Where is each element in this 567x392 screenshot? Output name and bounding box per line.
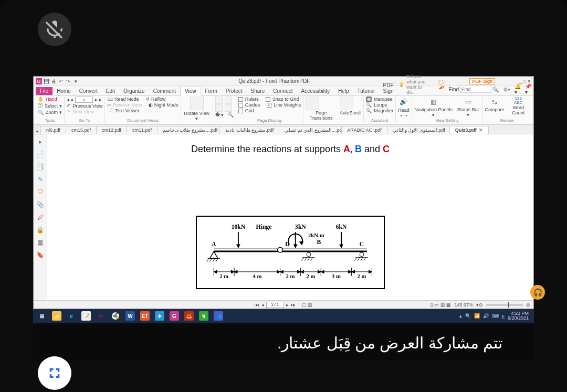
tab-view[interactable]: View xyxy=(180,87,201,96)
layout-facing-icon[interactable] xyxy=(215,104,223,112)
tab-comment[interactable]: Comment xyxy=(149,87,180,95)
expand-badge[interactable] xyxy=(38,356,71,390)
pages-panel-icon[interactable]: 📄 xyxy=(36,150,45,158)
pin-icon[interactable]: 📌▾ xyxy=(525,83,531,95)
layout-single-icon[interactable] xyxy=(215,97,223,104)
loupe-tool[interactable]: 🔍 Loupe xyxy=(366,102,393,108)
find-input[interactable] xyxy=(460,86,491,93)
statusbar-icon[interactable]: ▭ xyxy=(463,97,474,107)
reflow-mode[interactable]: ↺ Reflow xyxy=(145,97,165,102)
attachments-panel-icon[interactable]: 📎 xyxy=(36,200,45,209)
last-page-icon[interactable]: ⏭ xyxy=(291,302,296,308)
tab-help[interactable]: Help xyxy=(334,87,353,95)
tab-share[interactable]: Share xyxy=(247,87,269,95)
layout-contfacing-icon[interactable] xyxy=(225,104,232,112)
taskbar-teams[interactable]: 👥 xyxy=(212,310,225,322)
doc-tab[interactable]: ARABIC ACI.pdf xyxy=(341,126,387,134)
doc-tab[interactable]: مشروع طالبات نادية.pdf xyxy=(219,126,279,134)
doc-tab[interactable]: cm11.pdf xyxy=(127,126,158,134)
signatures-panel-icon[interactable]: 🖊 xyxy=(36,213,45,221)
view-mode-icons[interactable]: ▯ ▭ ▥ ▦ xyxy=(430,302,452,308)
tab-pdfsign[interactable]: PDF Sign xyxy=(379,81,399,95)
doc-tab[interactable]: مشروع طلاب د.جاسم....pdf xyxy=(157,126,220,134)
doc-tab[interactable]: cm15.pdf xyxy=(66,126,97,134)
close-tab-icon[interactable]: ✕ xyxy=(479,128,483,133)
snap-check[interactable] xyxy=(266,97,270,102)
support-badge[interactable]: 🎧 xyxy=(530,285,545,300)
zoom-slider[interactable] xyxy=(486,304,523,306)
tray-volume-icon[interactable]: 🔊 xyxy=(483,313,489,319)
tray-search-icon[interactable]: 🔍 xyxy=(465,313,471,319)
tab-convert[interactable]: Convert xyxy=(75,87,102,95)
tray-network-icon[interactable]: 📶 xyxy=(474,313,480,319)
tab-tutorial[interactable]: Tutorial xyxy=(353,87,379,95)
taskbar-telegram[interactable]: ✈ xyxy=(153,310,166,322)
tab-edit[interactable]: Edit xyxy=(102,87,119,95)
taskbar-g[interactable]: G xyxy=(167,310,181,322)
taskbar-foxit[interactable]: 🦊 xyxy=(182,310,196,322)
search-icon[interactable]: 🔍 xyxy=(492,87,499,92)
read-aloud[interactable]: Read xyxy=(398,108,410,113)
nav-panels-icon[interactable]: ▥ xyxy=(428,97,439,107)
zoom-out-icon[interactable]: ▾⊖ xyxy=(476,302,483,308)
doc-tab[interactable]: cm12.pdf xyxy=(96,126,127,134)
tray-clock[interactable]: 4:23 PM6/20/2021 xyxy=(508,311,529,321)
layout-cont-icon[interactable] xyxy=(225,97,232,104)
text-viewer[interactable]: 📄 Text Viewer xyxy=(107,108,178,113)
layout-icons[interactable]: ▢ ▥ xyxy=(302,302,313,308)
qat-redo-icon[interactable]: ↷ xyxy=(65,78,71,84)
next-page-icon[interactable]: ▸ xyxy=(286,302,289,308)
grid-check[interactable] xyxy=(238,109,243,113)
taskbar-notes[interactable]: 📝 xyxy=(79,310,93,322)
page-number-input[interactable] xyxy=(75,97,93,103)
qat-more-icon[interactable]: ▾ xyxy=(72,78,79,84)
doctabs-left-icon[interactable]: ◂ xyxy=(34,129,40,134)
comments-panel-icon[interactable]: 🗨 xyxy=(36,188,45,196)
doc-tab-active[interactable]: Quiz3.pdf✕ xyxy=(449,126,489,134)
linew-check[interactable]: ✓ xyxy=(267,103,271,108)
rotate-view-button[interactable] xyxy=(190,97,204,110)
zoom-in-icon[interactable]: ⊕ xyxy=(526,302,530,308)
window-controls[interactable]: ⎯ ◻ ✕ xyxy=(519,79,531,84)
tab-form[interactable]: Form xyxy=(201,87,222,95)
tray-up-icon[interactable]: ▴ xyxy=(459,313,462,319)
tags-panel-icon[interactable]: 🔖 xyxy=(36,251,45,259)
autoscroll-button[interactable] xyxy=(340,97,353,110)
tray-keyboard-icon[interactable]: ⌨ xyxy=(492,313,499,319)
prev-page-icon[interactable]: ◂ xyxy=(261,302,264,308)
taskbar-word[interactable]: W xyxy=(123,310,137,322)
previous-view[interactable]: ↶Previous View xyxy=(67,103,103,109)
page-transitions-button[interactable] xyxy=(306,97,319,110)
taskbar-snip[interactable]: ✂ xyxy=(94,310,108,322)
tab-organize[interactable]: Organize xyxy=(119,87,149,95)
compare-icon[interactable]: ⇆ xyxy=(489,97,500,107)
layers-panel-icon[interactable]: ✎ xyxy=(36,175,45,184)
taskbar-et[interactable]: ET xyxy=(138,310,152,322)
fields-panel-icon[interactable]: ▦ xyxy=(36,238,45,247)
taskbar-explorer[interactable]: 📁 xyxy=(50,310,64,322)
rulers-check[interactable] xyxy=(238,97,243,102)
marquee-zoom[interactable]: 🔲 Marquee xyxy=(366,97,393,102)
security-panel-icon[interactable]: 🔒 xyxy=(36,226,45,234)
settings-icon[interactable]: ⚙▾ xyxy=(503,87,510,92)
select-tool[interactable]: ⓉSelect ▾ xyxy=(38,102,62,109)
doc-tab[interactable]: المشروع الذي تم تسلي....pdf xyxy=(279,126,342,134)
taskbar-xr[interactable]: ↯ xyxy=(197,310,211,322)
speaker-icon[interactable]: 🔊 xyxy=(398,97,409,107)
tab-home[interactable]: Home xyxy=(52,87,75,95)
tab-connect[interactable]: Connect xyxy=(269,87,297,95)
taskbar-ie[interactable]: e xyxy=(65,310,78,322)
doc-tab[interactable]: nl6.pdf xyxy=(40,126,66,134)
page-view[interactable]: Determine the reactions at supports A, B… xyxy=(47,134,533,300)
tray-lang[interactable]: ع xyxy=(502,313,505,319)
doc-tab[interactable]: المستوى الاول والثاني.pdf xyxy=(387,126,450,134)
tab-accessibility[interactable]: Accessibility xyxy=(297,87,333,95)
tellme-text[interactable]: Tell me what you want to do... xyxy=(406,74,430,95)
first-page-icon[interactable]: ⏮ xyxy=(255,302,259,308)
guides-check[interactable] xyxy=(238,103,243,108)
magnifier-tool[interactable]: 🔍 Magnifier xyxy=(366,108,393,113)
zoom-tool[interactable]: 🔍Zoom ▾ xyxy=(38,110,62,115)
read-mode[interactable]: 📖 Read Mode xyxy=(107,97,139,102)
start-button[interactable]: ⊞ xyxy=(35,310,49,322)
arrow-right-icon[interactable]: ▸ xyxy=(36,137,45,146)
